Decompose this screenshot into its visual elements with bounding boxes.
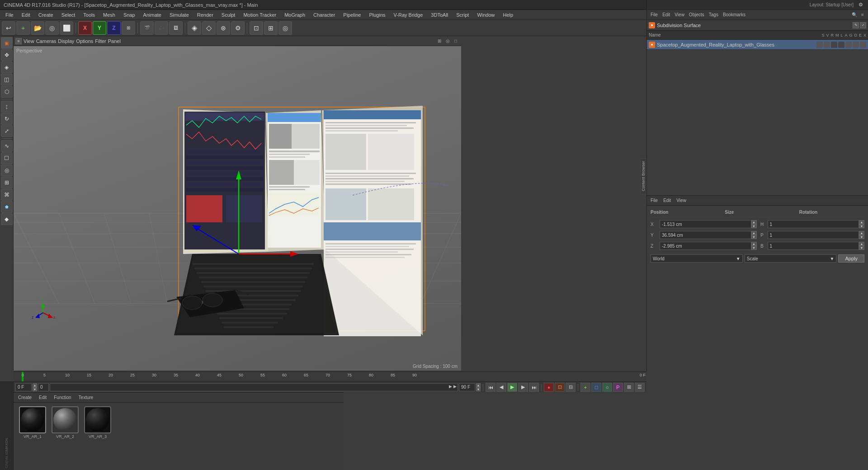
y-size-up[interactable]: ▲: [859, 231, 864, 235]
go-start-btn[interactable]: ⏮: [486, 383, 495, 392]
apply-button[interactable]: Apply: [838, 254, 864, 263]
y-pos-up[interactable]: ▲: [751, 231, 757, 235]
z-pos-input[interactable]: [660, 242, 751, 250]
object-list[interactable]: ■ Spacetop_Augmented_Reality_Laptop_with…: [647, 40, 868, 195]
spline-tool[interactable]: ∿: [1, 140, 13, 152]
go-field[interactable]: [38, 383, 49, 391]
timeline-ruler[interactable]: 0 5 10 15 20 25 30 35 40 45 50 55 60 65 …: [14, 371, 646, 381]
obj-vis-6[interactable]: [853, 42, 859, 48]
viewport-cameras-menu[interactable]: Cameras: [36, 38, 57, 44]
obj-vis-cam[interactable]: [816, 42, 823, 48]
render-options[interactable]: 🎬: [140, 21, 154, 35]
axis-y-button[interactable]: Y: [93, 21, 106, 35]
obj-vis-green[interactable]: [831, 42, 837, 48]
z-size-down[interactable]: ▼: [859, 246, 864, 250]
y-size-input[interactable]: [768, 231, 859, 239]
z-pos-down[interactable]: ▼: [751, 246, 757, 250]
add-key-btn[interactable]: +: [580, 383, 590, 392]
points-mode[interactable]: ◈: [1, 61, 13, 73]
obj-view-btn[interactable]: View: [673, 12, 686, 18]
next-frame-btn[interactable]: ▶: [518, 383, 528, 392]
obj-vis-light[interactable]: [838, 42, 844, 48]
z-size-up[interactable]: ▲: [859, 242, 864, 246]
display-mode2[interactable]: ◎: [278, 21, 292, 35]
attr-edit-btn[interactable]: Edit: [661, 197, 673, 203]
polygons-mode[interactable]: ⬡: [1, 86, 13, 98]
render-to-po[interactable]: 🎥: [155, 21, 168, 35]
frame-up[interactable]: ▲: [33, 383, 37, 387]
attr-file-btn[interactable]: File: [649, 197, 660, 203]
loop-btn[interactable]: ○: [602, 383, 612, 392]
menu-mesh[interactable]: Mesh: [99, 11, 119, 19]
world-axis[interactable]: ⊞: [122, 21, 135, 35]
keyframe-btn[interactable]: ☰: [635, 383, 645, 392]
x-pos-up[interactable]: ▲: [751, 220, 757, 224]
axis-x-button[interactable]: X: [78, 21, 92, 35]
sculpt-tool[interactable]: ◆: [1, 213, 13, 225]
obj-objects-btn[interactable]: Objects: [687, 12, 706, 18]
y-pos-down[interactable]: ▼: [751, 235, 757, 239]
mat-function-btn[interactable]: Function: [51, 395, 74, 400]
current-frame-input[interactable]: [15, 383, 32, 391]
axis-z-button[interactable]: Z: [107, 21, 121, 35]
snap-btn[interactable]: ⊡: [250, 21, 263, 35]
mat-texture-btn[interactable]: Texture: [76, 395, 96, 400]
viewport-icon-3[interactable]: □: [452, 38, 459, 45]
menu-help[interactable]: Help: [500, 11, 517, 19]
subdiv-check-btn[interactable]: ✓: [860, 22, 866, 28]
panel-settings-btn[interactable]: ⚙: [857, 1, 864, 9]
viewport-options-menu[interactable]: Options: [76, 38, 93, 44]
rotate-tool[interactable]: ↻: [1, 113, 13, 125]
subdiv-edit-btn[interactable]: ✎: [853, 22, 859, 28]
menu-3dtoall[interactable]: 3DToAll: [427, 11, 452, 19]
scale-tool[interactable]: ⤢: [1, 125, 13, 137]
texture-mode[interactable]: ✥: [1, 49, 13, 61]
menu-create[interactable]: Create: [35, 11, 57, 19]
viewport-icon-2[interactable]: ◎: [444, 38, 451, 45]
mat-create-btn[interactable]: Create: [15, 395, 34, 400]
menu-file[interactable]: File: [2, 11, 17, 19]
x-size-input[interactable]: [768, 220, 859, 228]
record-btn[interactable]: ●: [544, 383, 554, 392]
browser-tab[interactable]: Content Browser: [640, 158, 646, 194]
menu-tools[interactable]: Tools: [80, 11, 99, 19]
go-end-btn[interactable]: ⏭: [529, 383, 539, 392]
key-btn[interactable]: ⊟: [566, 383, 576, 392]
loop-select[interactable]: ◎: [1, 164, 13, 176]
menu-simulate[interactable]: Simulate: [166, 11, 193, 19]
mat-edit-btn[interactable]: Edit: [36, 395, 49, 400]
display-lines[interactable]: ◇: [202, 21, 216, 35]
play-btn[interactable]: ▶: [507, 383, 517, 392]
viewport-display-menu[interactable]: Display: [58, 38, 74, 44]
x-size-down[interactable]: ▼: [859, 224, 864, 228]
timeline-bar[interactable]: ▶ ▶: [50, 383, 458, 391]
prop-btn[interactable]: P: [613, 383, 623, 392]
obj-vis-5[interactable]: [845, 42, 852, 48]
viewport-filter-menu[interactable]: Filter: [95, 38, 106, 44]
coord-dropdown[interactable]: World ▼: [651, 254, 743, 263]
z-size-input[interactable]: [768, 242, 859, 250]
display-quick[interactable]: ⊛: [217, 21, 230, 35]
attr-view-btn[interactable]: View: [675, 197, 688, 203]
end-frame-down[interactable]: ▼: [476, 387, 481, 391]
open-file[interactable]: 📂: [31, 21, 44, 35]
viewport[interactable]: ≡ View Cameras Display Options Filter Pa…: [14, 36, 461, 371]
obj-search-icon[interactable]: 🔍: [851, 11, 858, 19]
menu-plugins[interactable]: Plugins: [365, 11, 389, 19]
material-item-2[interactable]: VR_AR_3: [82, 406, 113, 466]
grid-btn[interactable]: ⊞: [264, 21, 278, 35]
end-frame-input[interactable]: [459, 383, 475, 391]
timeline-mode-btn[interactable]: ⊞: [624, 383, 634, 392]
display-gouraud[interactable]: ◈: [188, 21, 201, 35]
edit-key-btn[interactable]: □: [591, 383, 601, 392]
undo-button[interactable]: ↩: [2, 21, 15, 35]
model-mode[interactable]: ▣: [1, 37, 13, 49]
scale-dropdown[interactable]: Scale ▼: [745, 254, 837, 263]
menu-select[interactable]: Select: [58, 11, 79, 19]
material-item-0[interactable]: VR_AR_1: [17, 406, 48, 466]
obj-tags-btn[interactable]: Tags: [707, 12, 720, 18]
magnet-tool[interactable]: ⊞: [1, 177, 13, 188]
viewport-icon-1[interactable]: ⊞: [436, 38, 443, 45]
render-region[interactable]: ◎: [45, 21, 59, 35]
menu-snap[interactable]: Snap: [120, 11, 139, 19]
